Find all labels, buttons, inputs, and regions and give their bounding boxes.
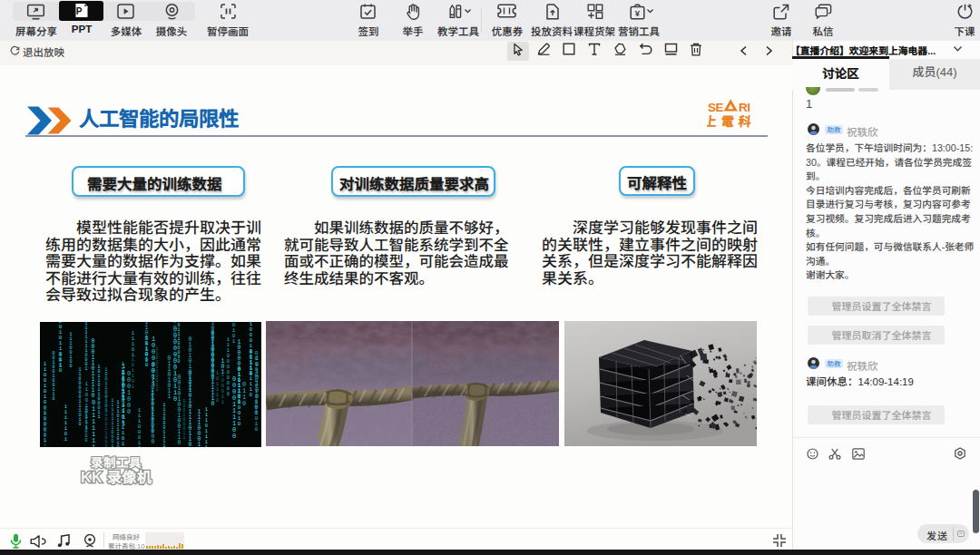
- svg-text:上電科: 上電科: [707, 112, 757, 130]
- svg-text:P: P: [76, 6, 83, 16]
- svg-text:¥: ¥: [635, 8, 641, 18]
